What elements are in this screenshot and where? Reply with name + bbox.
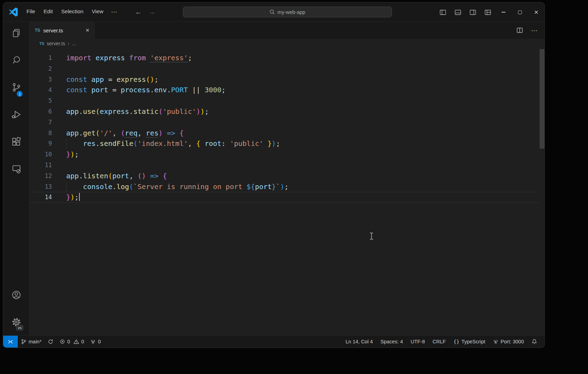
code-line[interactable]: 10}); <box>30 149 540 160</box>
more-actions-icon[interactable]: ⋯ <box>529 25 540 36</box>
code-token <box>91 54 95 62</box>
tab-close-icon[interactable]: ✕ <box>84 27 91 33</box>
code-line[interactable]: 2 <box>30 63 540 74</box>
split-editor-icon[interactable] <box>514 25 525 36</box>
problems-indicator[interactable]: 0 0 <box>56 336 87 348</box>
code-token: static <box>133 107 158 116</box>
activity-bar-bottom: vs <box>3 284 29 333</box>
code-token <box>146 172 150 180</box>
menu-overflow-icon[interactable]: ⋯ <box>108 7 121 17</box>
code-line[interactable]: 8app.get('/', (req, res) => { <box>30 128 540 139</box>
code-line[interactable]: 3const app = express(); <box>30 74 540 85</box>
code-token: . <box>150 86 154 94</box>
code-token: . <box>79 129 83 137</box>
forward-icon[interactable]: → <box>149 8 155 16</box>
code-line[interactable]: 5 <box>30 95 540 106</box>
code-token <box>87 75 91 84</box>
cursor-position[interactable]: Ln 14, Col 4 <box>342 336 377 348</box>
menu-view[interactable]: View <box>87 7 107 17</box>
radio-tower-icon <box>493 339 498 344</box>
maximize-icon <box>518 10 522 14</box>
branch-indicator[interactable]: main* <box>18 336 45 348</box>
toggle-sidebar-left-icon[interactable] <box>435 2 450 22</box>
sync-changes-button[interactable] <box>45 336 56 348</box>
menu-selection[interactable]: Selection <box>57 7 88 17</box>
code-line[interactable]: 9 res.sendFile('index.html', { root: 'pu… <box>30 138 540 149</box>
history-nav: ← → <box>135 8 155 16</box>
code-text: const port = process.env.PORT || 3000; <box>66 85 226 95</box>
branch-name: main* <box>29 339 41 344</box>
main-area: 1 <box>3 22 544 335</box>
code-token: ( <box>121 129 125 137</box>
menu-bar: File Edit Selection View ⋯ <box>22 7 121 17</box>
code-token: = <box>104 75 116 84</box>
code-line[interactable]: 11 <box>30 160 540 171</box>
code-token: console <box>83 182 112 191</box>
code-token: 'public' <box>163 107 196 116</box>
toggle-sidebar-right-icon[interactable] <box>465 2 480 22</box>
line-number: 8 <box>30 128 52 139</box>
code-token: app <box>66 129 79 137</box>
code-line[interactable]: 14}); <box>30 192 540 203</box>
code-line[interactable]: 12app.listen(port, () => { <box>30 171 540 181</box>
code-token: ; <box>276 139 280 148</box>
line-number: 1 <box>30 53 52 63</box>
minimize-button[interactable] <box>495 2 512 22</box>
code-line[interactable]: 1import express from 'express'; <box>30 53 540 63</box>
maximize-button[interactable] <box>512 2 528 22</box>
breadcrumb-file[interactable]: server.ts <box>47 41 65 46</box>
menu-file[interactable]: File <box>22 7 39 17</box>
code-token: `Server is running on port <box>133 182 247 191</box>
code-token: } <box>263 139 272 148</box>
forwarded-ports-indicator[interactable]: 0 <box>87 336 104 348</box>
code-token: const <box>66 86 87 94</box>
encoding[interactable]: UTF-8 <box>407 336 429 348</box>
scrollbar-thumb[interactable] <box>540 49 544 149</box>
code-token: const <box>66 75 87 84</box>
close-button[interactable]: ✕ <box>528 2 544 22</box>
language-mode[interactable]: {} TypeScript <box>450 336 489 348</box>
code-token: port <box>112 172 129 180</box>
code-line[interactable]: 4const port = process.env.PORT || 3000; <box>30 85 540 95</box>
remote-indicator[interactable] <box>3 336 18 348</box>
code-token <box>66 182 83 191</box>
warning-icon <box>74 339 79 344</box>
forwarded-ports-count: 0 <box>98 339 101 344</box>
customize-layout-icon[interactable] <box>480 2 495 22</box>
search-view-icon[interactable] <box>3 49 29 71</box>
explorer-icon[interactable] <box>3 22 29 44</box>
port-indicator[interactable]: Port: 3000 <box>489 336 528 348</box>
code-token <box>158 172 163 180</box>
source-control-icon[interactable]: 1 <box>3 76 29 99</box>
notifications-bell[interactable] <box>528 336 541 348</box>
code-line[interactable]: 6app.use(express.static('public')); <box>30 106 540 117</box>
run-debug-icon[interactable] <box>3 103 29 126</box>
code-token: . <box>79 107 83 116</box>
line-number: 3 <box>30 74 52 85</box>
code-text: console.log(`Server is running on port $… <box>66 181 288 192</box>
tab-server-ts[interactable]: TS server.ts ✕ <box>30 22 95 39</box>
eol-sequence[interactable]: CRLF <box>429 336 450 348</box>
menu-edit[interactable]: Edit <box>39 7 57 17</box>
back-icon[interactable]: ← <box>135 8 142 16</box>
code-token: ; <box>222 86 226 94</box>
code-line[interactable]: 7 <box>30 117 540 128</box>
profile-badge: vs <box>16 325 23 330</box>
remote-explorer-icon[interactable] <box>3 158 29 180</box>
code-token: app <box>66 107 79 116</box>
breadcrumb-symbol-more[interactable]: ... <box>72 41 76 46</box>
code-token: sendFile <box>100 139 133 148</box>
account-icon[interactable] <box>3 284 29 306</box>
settings-gear-icon[interactable]: vs <box>3 311 29 333</box>
command-center[interactable]: my-web-app <box>183 7 392 17</box>
indentation[interactable]: Spaces: 4 <box>377 336 407 348</box>
code-token: port <box>255 182 272 191</box>
code-token: ) <box>272 139 276 148</box>
code-token: , <box>138 129 146 137</box>
toggle-panel-icon[interactable] <box>450 2 465 22</box>
editor[interactable]: 1import express from 'express';23const a… <box>30 48 544 335</box>
code-token: req <box>125 129 138 137</box>
code-line[interactable]: 13 console.log(`Server is running on por… <box>30 181 540 192</box>
code-token: = <box>108 86 121 94</box>
extensions-icon[interactable] <box>3 131 29 153</box>
